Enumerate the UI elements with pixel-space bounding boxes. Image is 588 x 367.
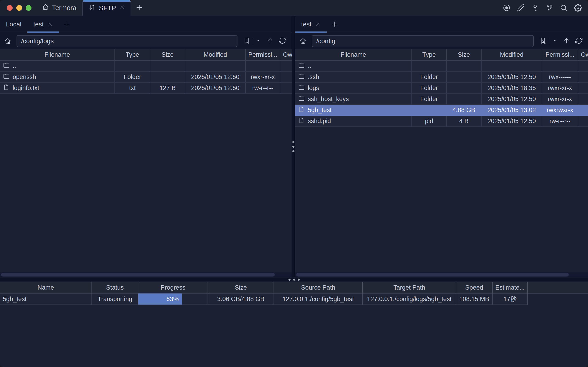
column-header-permissions[interactable]: Permissi... bbox=[246, 49, 280, 60]
tab-label: test bbox=[33, 21, 44, 28]
bookmark-off-icon[interactable] bbox=[539, 37, 547, 45]
column-header-size[interactable]: Size bbox=[208, 282, 274, 293]
transfer-row[interactable]: 5gb_test Transporting 63% 3.06 GB/4.88 G… bbox=[0, 293, 588, 305]
scrollbar-thumb[interactable] bbox=[296, 273, 569, 276]
left-path-input[interactable] bbox=[17, 35, 238, 47]
search-icon[interactable] bbox=[559, 3, 569, 13]
column-header-progress[interactable]: Progress bbox=[138, 282, 208, 293]
column-header-size[interactable]: Size bbox=[447, 49, 482, 60]
chevron-down-icon[interactable] bbox=[552, 38, 558, 45]
filename: ssh_host_keys bbox=[308, 96, 349, 103]
tab-sftp[interactable]: SFTP bbox=[82, 0, 131, 16]
transfer-estimate: 17秒 bbox=[493, 293, 528, 305]
tab-local[interactable]: Local bbox=[0, 16, 27, 33]
gear-icon[interactable] bbox=[573, 3, 583, 13]
filename: .. bbox=[13, 62, 16, 70]
right-pane-tabs: test bbox=[295, 16, 588, 33]
branch-icon[interactable] bbox=[544, 3, 554, 13]
column-header-size[interactable]: Size bbox=[150, 49, 185, 60]
up-arrow-icon[interactable] bbox=[266, 37, 274, 45]
minimize-window-button[interactable] bbox=[16, 5, 22, 11]
table-row-selected[interactable]: 5gb_test 4.88 GB 2025/01/05 13:02 rwxrwx… bbox=[295, 105, 588, 116]
traffic-lights bbox=[0, 0, 32, 16]
table-row[interactable]: .. bbox=[0, 61, 292, 72]
add-pane-tab-button[interactable] bbox=[327, 16, 343, 33]
left-path-tools bbox=[241, 37, 288, 45]
right-horizontal-scrollbar[interactable] bbox=[295, 272, 588, 277]
right-table-header: Filename Type Size Modified Permissi... … bbox=[295, 49, 588, 61]
close-window-button[interactable] bbox=[7, 5, 13, 11]
row-filler bbox=[528, 293, 588, 305]
column-header-type[interactable]: Type bbox=[115, 49, 150, 60]
close-icon[interactable] bbox=[47, 22, 53, 27]
column-header-owner[interactable]: Ow bbox=[578, 49, 588, 60]
add-pane-tab-button[interactable] bbox=[59, 16, 75, 33]
pane-splitter-vertical[interactable] bbox=[292, 16, 295, 277]
bookmark-icon[interactable] bbox=[243, 37, 250, 45]
app-tab-label: Termora bbox=[52, 4, 76, 12]
transfer-panel: Name Status Progress Size Source Path Ta… bbox=[0, 282, 588, 367]
column-header-type[interactable]: Type bbox=[412, 49, 447, 60]
transfer-source-path: 127.0.0.1:/config/5gb_test bbox=[274, 293, 363, 305]
filename: openssh bbox=[13, 74, 36, 81]
home-icon[interactable] bbox=[3, 36, 13, 46]
close-icon[interactable] bbox=[315, 22, 321, 27]
divider bbox=[253, 37, 253, 45]
column-header-filename[interactable]: Filename bbox=[295, 49, 412, 60]
transfer-status: Transporting bbox=[92, 293, 138, 305]
titlebar-actions bbox=[502, 0, 588, 16]
column-header-modified[interactable]: Modified bbox=[482, 49, 542, 60]
close-icon[interactable] bbox=[119, 4, 125, 12]
refresh-icon[interactable] bbox=[279, 37, 286, 45]
filename: .. bbox=[308, 62, 311, 70]
transfer-speed: 108.15 MB bbox=[456, 293, 493, 305]
column-header-source-path[interactable]: Source Path bbox=[274, 282, 363, 293]
table-row[interactable]: openssh Folder 2025/01/05 12:50 rwxr-xr-… bbox=[0, 72, 292, 83]
new-tab-button[interactable] bbox=[131, 0, 148, 16]
left-table-header: Filename Type Size Modified Permissi... … bbox=[0, 49, 292, 61]
home-icon bbox=[42, 3, 49, 12]
left-horizontal-scrollbar[interactable] bbox=[0, 272, 292, 277]
table-row[interactable]: .. bbox=[295, 61, 588, 72]
column-header-status[interactable]: Status bbox=[92, 282, 138, 293]
scrollbar-thumb[interactable] bbox=[1, 273, 275, 276]
key-icon[interactable] bbox=[530, 3, 540, 13]
record-icon[interactable] bbox=[502, 3, 512, 13]
column-header-owner[interactable]: Ow bbox=[280, 49, 292, 60]
refresh-icon[interactable] bbox=[575, 37, 582, 45]
column-header-modified[interactable]: Modified bbox=[185, 49, 246, 60]
up-arrow-icon[interactable] bbox=[563, 37, 570, 45]
plus-icon bbox=[63, 20, 71, 28]
home-icon[interactable] bbox=[298, 36, 308, 46]
zoom-window-button[interactable] bbox=[26, 5, 32, 11]
table-row[interactable]: loginfo.txt txt 127 B 2025/01/05 12:50 r… bbox=[0, 83, 292, 94]
table-row[interactable]: ssh_host_keys Folder 2025/01/05 12:50 rw… bbox=[295, 94, 588, 105]
divider bbox=[549, 37, 549, 45]
filename: loginfo.txt bbox=[13, 84, 39, 92]
left-file-table: Filename Type Size Modified Permissi... … bbox=[0, 49, 292, 277]
chevron-down-icon[interactable] bbox=[255, 38, 261, 45]
left-pathbar bbox=[0, 33, 292, 49]
table-row[interactable]: .ssh Folder 2025/01/05 12:50 rwx------ bbox=[295, 72, 588, 83]
drag-handle-dots bbox=[289, 279, 300, 281]
tab-test-right[interactable]: test bbox=[295, 16, 327, 33]
transfer-splitter-horizontal[interactable] bbox=[0, 277, 588, 282]
column-header-name[interactable]: Name bbox=[0, 282, 92, 293]
table-row[interactable]: sshd.pid pid 4 B 2025/01/05 12:50 rw-r--… bbox=[295, 116, 588, 127]
table-row[interactable]: logs Folder 2025/01/05 18:35 rwxr-xr-x bbox=[295, 83, 588, 94]
transfer-target-path: 127.0.0.1:/config/logs/5gb_test bbox=[363, 293, 456, 305]
tab-termora-home[interactable]: Termora bbox=[42, 0, 76, 16]
folder-icon bbox=[298, 73, 305, 81]
column-header-filename[interactable]: Filename bbox=[0, 49, 115, 60]
tab-test-left[interactable]: test bbox=[27, 16, 59, 33]
transfer-table-header: Name Status Progress Size Source Path Ta… bbox=[0, 282, 588, 293]
column-header-permissions[interactable]: Permissi... bbox=[542, 49, 578, 60]
right-path-input[interactable] bbox=[312, 35, 534, 47]
plus-icon bbox=[135, 4, 143, 12]
tab-label: test bbox=[301, 21, 311, 28]
column-header-estimate[interactable]: Estimate... bbox=[493, 282, 528, 293]
file-icon bbox=[3, 84, 10, 92]
column-header-speed[interactable]: Speed bbox=[456, 282, 493, 293]
pencil-icon[interactable] bbox=[516, 3, 526, 13]
column-header-target-path[interactable]: Target Path bbox=[363, 282, 456, 293]
